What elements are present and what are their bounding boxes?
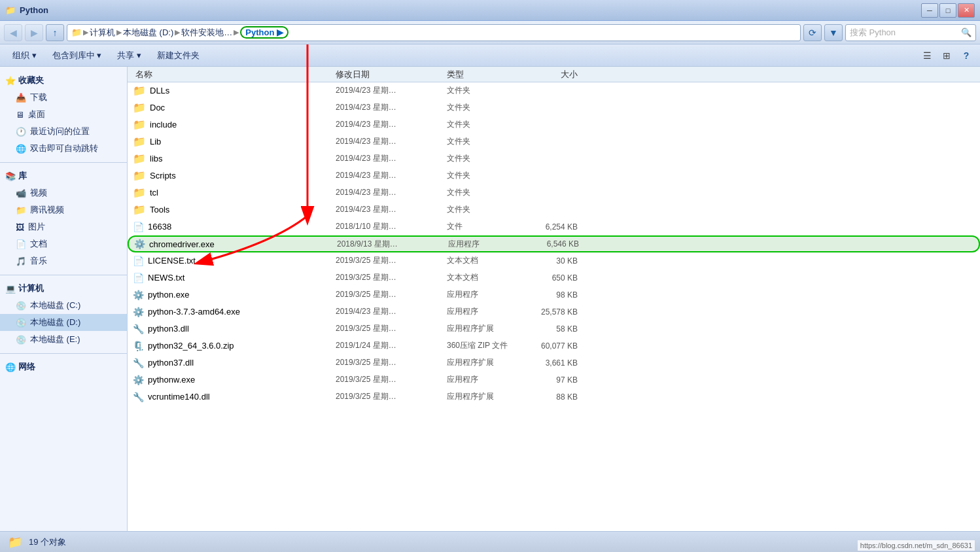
breadcrumb-computer[interactable]: 计算机 [90, 27, 115, 39]
file-row[interactable]: 📁 Scripts 2019/4/23 星期… 文件夹 [128, 167, 980, 184]
computer-header: 💻 计算机 [0, 280, 127, 297]
folder-icon: 📁 [133, 135, 146, 148]
file-type-cell: 文本文档 [447, 272, 525, 283]
file-name-cell: ⚙️ python-3.7.3-amd64.exe [133, 307, 336, 317]
file-row[interactable]: 🔧 python3.dll 2019/3/25 星期… 应用程序扩展 58 KB [128, 320, 980, 337]
column-size[interactable]: 大小 [525, 69, 591, 80]
file-row[interactable]: 📁 include 2019/4/23 星期… 文件夹 [128, 116, 980, 133]
file-type-cell: 应用程序扩展 [447, 357, 525, 368]
file-type-cell: 文件夹 [447, 136, 525, 147]
search-box[interactable]: 搜索 Python 🔍 [845, 24, 976, 41]
file-row[interactable]: 📁 tcl 2019/4/23 星期… 文件夹 [128, 184, 980, 201]
breadcrumb-python[interactable]: Python ▶ [240, 26, 289, 39]
column-name[interactable]: 名称 [133, 69, 336, 80]
breadcrumb-drive-d[interactable]: 本地磁盘 (D:) [123, 27, 173, 39]
up-button[interactable]: ↑ [46, 24, 64, 41]
sidebar-item-recent[interactable]: 🕐 最近访问的位置 [0, 123, 127, 140]
sidebar-item-downloads[interactable]: 📥 下载 [0, 89, 127, 106]
computer-section: 💻 计算机 💿 本地磁盘 (C:) 💿 本地磁盘 (D:) 💿 本地磁盘 (E:… [0, 280, 127, 348]
file-date-cell: 2019/3/25 星期… [336, 272, 447, 283]
file-row[interactable]: 📄 NEWS.txt 2019/3/25 星期… 文本文档 650 KB [128, 269, 980, 286]
file-name-cell: 📄 NEWS.txt [133, 273, 336, 283]
share-button[interactable]: 共享 ▾ [110, 46, 149, 65]
file-row[interactable]: 🔧 vcruntime140.dll 2019/3/25 星期… 应用程序扩展 … [128, 388, 980, 405]
file-row[interactable]: ⚙️ python-3.7.3-amd64.exe 2019/4/23 星期… … [128, 303, 980, 320]
file-row[interactable]: 🔧 python37.dll 2019/3/25 星期… 应用程序扩展 3,66… [128, 354, 980, 371]
sidebar-item-auto-jump[interactable]: 🌐 双击即可自动跳转 [0, 140, 127, 157]
file-row[interactable]: ⚙️ python.exe 2019/3/25 星期… 应用程序 98 KB [128, 286, 980, 303]
column-type[interactable]: 类型 [447, 69, 525, 80]
file-name-text: NEWS.txt [148, 273, 184, 283]
file-type-cell: 应用程序 [447, 306, 525, 317]
sidebar: ⭐ 收藏夹 📥 下载 🖥 桌面 🕐 最近访问的位置 🌐 双击即可自动跳转 [0, 67, 128, 531]
sidebar-item-desktop[interactable]: 🖥 桌面 [0, 106, 127, 123]
forward-button[interactable]: ▶ [25, 24, 43, 41]
column-date[interactable]: 修改日期 [336, 69, 447, 80]
minimize-button[interactable]: ─ [921, 3, 938, 18]
window-icon: 📁 [5, 5, 16, 15]
dropdown-button[interactable]: ▼ [824, 24, 843, 41]
documents-icon: 📄 [16, 239, 26, 249]
library-header: 📚 库 [0, 167, 127, 184]
file-row[interactable]: 🗜️ python32_64_3.6.0.zip 2019/1/24 星期… 3… [128, 337, 980, 354]
sidebar-item-drive-c[interactable]: 💿 本地磁盘 (C:) [0, 297, 127, 314]
file-row[interactable]: 📁 Doc 2019/4/23 星期… 文件夹 [128, 99, 980, 116]
file-type-cell: 应用程序扩展 [447, 323, 525, 334]
file-row[interactable]: 📁 DLLs 2019/4/23 星期… 文件夹 [128, 82, 980, 99]
file-row[interactable]: 📁 libs 2019/4/23 星期… 文件夹 [128, 150, 980, 167]
main-layout: ⭐ 收藏夹 📥 下载 🖥 桌面 🕐 最近访问的位置 🌐 双击即可自动跳转 [0, 67, 980, 531]
organize-button[interactable]: 组织 ▾ [5, 46, 44, 65]
file-type-cell: 应用程序扩展 [447, 391, 525, 402]
file-name-text: chromedriver.exe [149, 239, 215, 249]
library-label: 库 [18, 170, 27, 182]
globe-icon: 🌐 [16, 144, 26, 154]
recent-label: 最近访问的位置 [30, 126, 90, 137]
close-button[interactable]: ✕ [958, 3, 975, 18]
file-date-cell: 2019/3/25 星期… [336, 374, 447, 385]
folder-icon: 📁 [133, 84, 146, 97]
file-name-text: Doc [150, 103, 165, 112]
file-date-cell: 2019/4/23 星期… [336, 170, 447, 181]
file-list: 📁 DLLs 2019/4/23 星期… 文件夹 📁 Doc 2019/4/23… [128, 82, 980, 531]
refresh-button[interactable]: ⟳ [803, 24, 822, 41]
file-date-cell: 2019/3/25 星期… [336, 289, 447, 300]
file-name-cell: 🔧 vcruntime140.dll [133, 392, 336, 402]
file-date-cell: 2019/4/23 星期… [336, 187, 447, 198]
drive-d-icon: 💿 [16, 318, 26, 328]
breadcrumb-software[interactable]: 软件安装地… [181, 27, 232, 39]
drive-d-label: 本地磁盘 (D:) [30, 317, 80, 328]
view-details-button[interactable]: ☰ [919, 47, 936, 64]
file-size-cell: 650 KB [525, 273, 591, 283]
sidebar-item-pictures[interactable]: 🖼 图片 [0, 218, 127, 235]
file-row[interactable]: 📄 16638 2018/1/10 星期… 文件 6,254 KB [128, 218, 980, 235]
file-size-cell: 3,661 KB [525, 358, 591, 368]
sidebar-item-drive-e[interactable]: 💿 本地磁盘 (E:) [0, 331, 127, 348]
folder-icon: 📁 [133, 203, 146, 216]
download-icon: 📥 [16, 93, 26, 103]
sidebar-item-documents[interactable]: 📄 文档 [0, 235, 127, 252]
help-button[interactable]: ? [958, 47, 975, 64]
file-row[interactable]: ⚙️ pythonw.exe 2019/3/25 星期… 应用程序 97 KB [128, 371, 980, 388]
toolbar: 组织 ▾ 包含到库中 ▾ 共享 ▾ 新建文件夹 ☰ ⊞ ? [0, 44, 980, 67]
include-library-button[interactable]: 包含到库中 ▾ [45, 46, 109, 65]
title-bar: 📁 Python ─ □ ✕ [0, 0, 980, 21]
dll-icon: 🔧 [133, 324, 144, 334]
file-date-cell: 2019/3/25 星期… [336, 323, 447, 334]
file-row[interactable]: 📄 LICENSE.txt 2019/3/25 星期… 文本文档 30 KB [128, 252, 980, 269]
sidebar-item-video[interactable]: 📹 视频 [0, 184, 127, 201]
file-row[interactable]: ⚙️ chromedriver.exe 2018/9/13 星期… 应用程序 6… [128, 235, 980, 252]
computer-icon: 💻 [5, 284, 16, 294]
sidebar-item-drive-d[interactable]: 💿 本地磁盘 (D:) [0, 314, 127, 331]
new-folder-button[interactable]: 新建文件夹 [150, 46, 207, 65]
sidebar-item-tencent-video[interactable]: 📁 腾讯视频 [0, 201, 127, 218]
file-row[interactable]: 📁 Tools 2019/4/23 星期… 文件夹 [128, 201, 980, 218]
maximize-button[interactable]: □ [939, 3, 956, 18]
status-folder-icon: 📁 [8, 535, 22, 549]
file-row[interactable]: 📁 Lib 2019/4/23 星期… 文件夹 [128, 133, 980, 150]
view-toggle-button[interactable]: ⊞ [938, 47, 955, 64]
back-button[interactable]: ◀ [4, 24, 22, 41]
url-overlay: https://blog.csdn.net/m_sdn_86631 [858, 540, 975, 551]
file-name-cell: 🗜️ python32_64_3.6.0.zip [133, 341, 336, 351]
sidebar-item-music[interactable]: 🎵 音乐 [0, 252, 127, 269]
title-bar-controls: ─ □ ✕ [921, 3, 975, 18]
